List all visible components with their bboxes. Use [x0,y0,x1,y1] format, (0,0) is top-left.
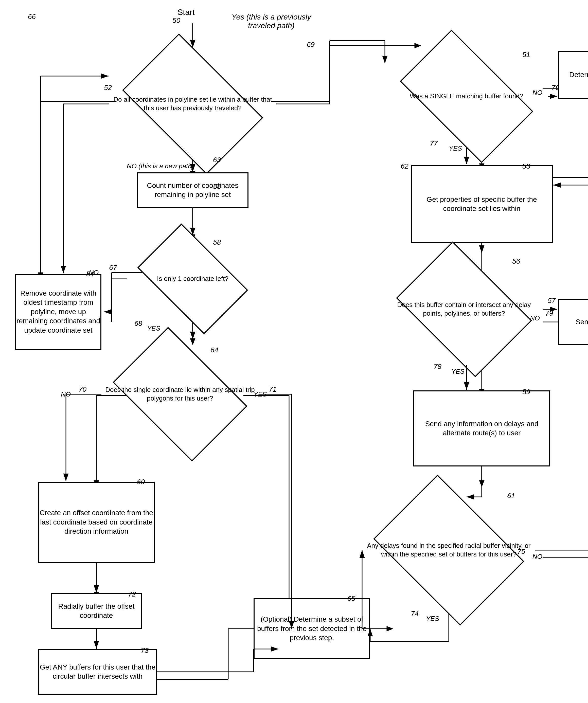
no-new-path-label: NO (this is a new path) [127,162,194,170]
diamond-64: Does the single coordinate lie within an… [101,340,259,449]
rect-65: (Optional) Determine a subset of buffers… [253,598,370,659]
ref-70: 70 [79,385,86,393]
yes-bottom-label: YES [426,615,439,623]
svg-marker-51 [479,480,484,487]
rect-get-props: Get properties of specific buffer the co… [411,165,553,243]
flowchart-diagram: 66 Start 50 Do all coordinates in polyli… [0,0,588,703]
ref-64: 64 [210,346,218,354]
diamond-58: Is only 1 coordinate left? [127,236,259,322]
ref-55: 55 [213,182,221,190]
yes-68-label: YES [147,324,160,332]
ref-59: 59 [522,388,530,396]
ref-61: 61 [507,492,515,500]
yes-78-label: YES [451,368,464,376]
diamond-58-text: Is only 1 coordinate left? [154,272,231,286]
diamond-56-text: Does this buffer contain or intersect an… [385,298,542,320]
rect-60-text: Create an offset coordinate from the las… [39,508,154,536]
rect-72: Radially buffer the offset coordinate [51,593,142,629]
ref-79: 79 [545,309,553,317]
rect-59: Send any information on delays and alter… [413,390,550,466]
ref-69: 69 [307,41,315,49]
ref-68: 68 [134,319,142,327]
diamond-52: Do all coordinates in polyline set lie w… [109,48,276,160]
rect-54-text: Remove coordinate with oldest timestamp … [16,289,100,335]
ref-54: 54 [86,270,94,278]
svg-marker-20 [387,626,393,631]
diamond-51-text: Was a SINGLE matching buffer found? [407,89,526,103]
diamond-64-text: Does the single coordinate lie within an… [101,383,259,405]
ref-62: 62 [400,162,409,170]
ref-65: 65 [347,595,355,603]
rect-53: Count number of coordinates remaining in… [137,172,248,208]
ref-74: 74 [411,610,419,618]
yes-77-label: YES [449,145,462,152]
ref-56: 56 [512,257,520,265]
rect-73: Get ANY buffers for this user that the c… [38,649,157,695]
ref-63: 63 [213,156,221,164]
rect-59-text: Send any information on delays and alter… [414,419,549,438]
ref-77: 77 [430,140,438,148]
ref-66: 66 [28,13,36,21]
diamond-51: Was a SINGLE matching buffer found? [385,46,548,147]
ref-60: 60 [137,478,145,486]
ref-50: 50 [172,16,180,24]
no-76-label: NO [532,89,542,97]
ref-57: 57 [548,297,556,305]
rect-get-props-text: Get properties of specific buffer the co… [412,195,552,214]
yes-traveled-label: Yes (this is a previously traveled path) [228,13,314,30]
rect-76-text: Determine best matching buffer [569,70,588,79]
rect-60: Create an offset coordinate from the las… [38,482,155,563]
ref-73: 73 [141,646,149,654]
ref-67: 67 [109,264,117,272]
rect-72-text: Radially buffer the offset coordinate [52,602,141,620]
rect-53-text: Count number of coordinates remaining in… [138,181,247,200]
rect-73-text: Get ANY buffers for this user that the c… [39,663,156,681]
no-70-label: NO [61,390,71,398]
ref-53b: 53 [522,162,530,170]
diamond-56: Does this buffer contain or intersect an… [385,253,542,365]
diamond-61-text: Any delays found in the specified radial… [363,539,535,561]
diamond-52-text: Do all coordinates in polyline set lie w… [109,93,276,115]
diamond-61: Any delays found in the specified radial… [363,487,535,614]
start-label: Start [177,8,195,17]
rect-65-text: (Optional) Determine a subset of buffers… [254,615,369,642]
ref-52: 52 [104,84,112,92]
rect-57: Send no messages [558,299,588,345]
ref-78: 78 [434,363,441,371]
ref-51: 51 [522,51,530,59]
rect-54: Remove coordinate with oldest timestamp … [15,274,101,350]
ref-72: 72 [128,590,136,598]
ref-71: 71 [269,385,277,393]
ref-58: 58 [213,238,221,246]
rect-57-text: Send no messages [576,317,588,326]
rect-76: Determine best matching buffer [558,51,588,99]
